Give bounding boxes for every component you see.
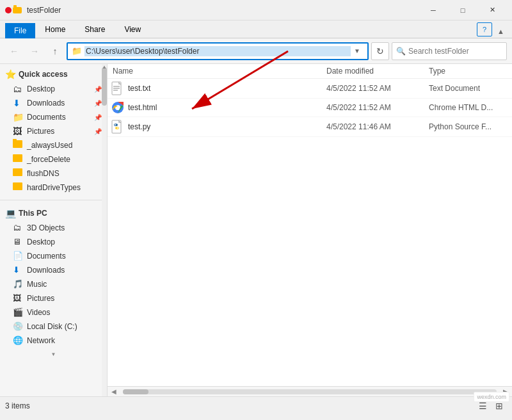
- sidebar-item-downloads-thispc[interactable]: ⬇ Downloads: [0, 263, 107, 277]
- forward-button[interactable]: →: [26, 42, 44, 60]
- tab-share[interactable]: Share: [75, 20, 115, 38]
- html-file-icon: [108, 101, 128, 114]
- help-button[interactable]: ?: [477, 22, 492, 36]
- sidebar-item-documents[interactable]: 📁 Documents 📌: [0, 110, 107, 124]
- sidebar-item-videos[interactable]: 🎬 Videos: [0, 305, 107, 319]
- title-bar-icons: [5, 7, 22, 13]
- pin-icon: 📌: [94, 86, 102, 93]
- sidebar-item-desktop-thispc[interactable]: 🖥 Desktop: [0, 235, 107, 249]
- tab-home[interactable]: Home: [35, 20, 75, 38]
- downloads-icon: ⬇: [13, 98, 23, 108]
- horizontal-scrollbar[interactable]: ◀ ▶: [108, 386, 512, 396]
- file-type-py: Python Source F...: [429, 122, 512, 131]
- ribbon-collapse[interactable]: ▲: [495, 25, 507, 38]
- file-name-py: test.py: [128, 122, 326, 131]
- sidebar-item-documents-thispc[interactable]: 📄 Documents: [0, 249, 107, 263]
- sidebar-item-music[interactable]: 🎵 Music: [0, 277, 107, 291]
- file-row-py[interactable]: test.py 4/5/2022 11:46 AM Python Source …: [108, 117, 512, 137]
- maximize-button[interactable]: □: [448, 0, 477, 20]
- ribbon-tabs: File Home Share View ? ▲: [0, 20, 512, 38]
- address-text[interactable]: C:\Users\user\Desktop\testFolder: [84, 46, 351, 56]
- network-icon: 🌐: [13, 335, 23, 346]
- desktop-folder-icon: 🗂: [13, 84, 23, 94]
- svg-point-13: [115, 124, 116, 125]
- scroll-down-arrow[interactable]: ▼: [0, 350, 107, 359]
- sidebar-item-localdisk[interactable]: 💿 Local Disk (C:): [0, 319, 107, 334]
- sidebar-item-harddrivetypes[interactable]: hardDriveTypes: [0, 181, 107, 195]
- file-name-txt: test.txt: [128, 84, 326, 93]
- minimize-button[interactable]: ─: [419, 0, 448, 20]
- scroll-up-arrow[interactable]: ▲: [102, 64, 107, 70]
- star-icon: ⭐: [5, 69, 16, 79]
- hscroll-thumb: [123, 389, 148, 394]
- sidebar-divider: [0, 200, 107, 200]
- file-date-txt: 4/5/2022 11:52 AM: [326, 84, 429, 93]
- file-date-py: 4/5/2022 11:46 AM: [326, 122, 429, 131]
- tab-file[interactable]: File: [5, 23, 35, 38]
- window-title: testFolder: [27, 6, 419, 15]
- quick-access-header: ⭐ Quick access: [0, 67, 107, 82]
- sidebar-item-network[interactable]: 🌐 Network: [0, 334, 107, 348]
- folder-flushdns-icon: [13, 168, 23, 179]
- folder-forcedelete-icon: [13, 154, 23, 165]
- file-column-headers: Name Date modified Type: [108, 64, 512, 79]
- pictures-thispc-icon: 🖼: [13, 293, 23, 303]
- up-button[interactable]: ↑: [46, 42, 64, 60]
- sidebar-item-flushdns[interactable]: flushDNS: [0, 166, 107, 181]
- status-bar: 3 items ☰ ⊞: [0, 396, 512, 414]
- py-file-icon: [108, 120, 128, 134]
- address-dropdown-button[interactable]: ▼: [351, 44, 364, 59]
- file-list: test.txt 4/5/2022 11:52 AM Text Document: [108, 79, 512, 386]
- window-controls: ─ □ ✕: [419, 0, 507, 20]
- col-name-header[interactable]: Name: [108, 67, 326, 76]
- sidebar-item-desktop[interactable]: 🗂 Desktop 📌: [0, 82, 107, 96]
- computer-icon: 💻: [5, 208, 16, 218]
- main-area: ▲ ⭐ Quick access 🗂 Desktop 📌 ⬇ Downloads…: [0, 64, 512, 396]
- file-row-html[interactable]: test.html 4/5/2022 11:52 AM Chrome HTML …: [108, 99, 512, 117]
- title-bar: testFolder ─ □ ✕: [0, 0, 512, 20]
- search-box: 🔍: [392, 42, 507, 60]
- refresh-button[interactable]: ↻: [371, 42, 389, 60]
- hscroll-track: [123, 389, 497, 394]
- ribbon: File Home Share View ? ▲: [0, 20, 512, 38]
- file-name-html: test.html: [128, 103, 326, 112]
- 3dobjects-icon: 🗂: [13, 223, 23, 233]
- file-row-txt[interactable]: test.txt 4/5/2022 11:52 AM Text Document: [108, 79, 512, 99]
- localdisk-icon: 💿: [13, 321, 23, 332]
- col-type-header[interactable]: Type: [429, 67, 512, 76]
- svg-point-14: [117, 127, 118, 129]
- hscroll-left[interactable]: ◀: [108, 388, 120, 395]
- this-pc-header[interactable]: 💻 This PC: [0, 206, 107, 221]
- music-icon: 🎵: [13, 279, 23, 289]
- address-bar[interactable]: 📁 C:\Users\user\Desktop\testFolder ▼: [67, 42, 369, 60]
- txt-file-icon: [108, 81, 128, 95]
- file-date-html: 4/5/2022 11:52 AM: [326, 103, 429, 112]
- tab-view[interactable]: View: [115, 20, 150, 38]
- item-count: 3 items: [5, 401, 30, 410]
- sidebar-item-downloads[interactable]: ⬇ Downloads 📌: [0, 96, 107, 110]
- pin-icon-pics: 📌: [94, 128, 102, 135]
- sidebar-item-pictures[interactable]: 🖼 Pictures 📌: [0, 124, 107, 138]
- sidebar-item-3dobjects[interactable]: 🗂 3D Objects: [0, 221, 107, 235]
- search-icon: 🔍: [396, 47, 406, 56]
- address-folder-icon: 📁: [72, 46, 82, 56]
- sidebar-item-alwaysused[interactable]: _alwaysUsed: [0, 138, 107, 152]
- search-input[interactable]: [408, 47, 504, 56]
- documents-thispc-icon: 📄: [13, 251, 23, 261]
- back-button[interactable]: ←: [5, 42, 23, 60]
- sidebar-item-forcedelete[interactable]: _forceDelete: [0, 152, 107, 166]
- documents-icon: 📁: [13, 112, 23, 122]
- file-type-html: Chrome HTML D...: [429, 103, 512, 112]
- col-date-header[interactable]: Date modified: [326, 67, 429, 76]
- downloads-thispc-icon: ⬇: [13, 265, 23, 275]
- sidebar: ▲ ⭐ Quick access 🗂 Desktop 📌 ⬇ Downloads…: [0, 64, 108, 396]
- videos-icon: 🎬: [13, 307, 23, 318]
- pin-icon-docs: 📌: [94, 114, 102, 121]
- this-pc-section: 💻 This PC 🗂 3D Objects 🖥 Desktop 📄 Docum…: [0, 203, 107, 350]
- close-button[interactable]: ✕: [477, 0, 507, 20]
- pin-icon-downloads: 📌: [94, 100, 102, 107]
- pictures-icon: 🖼: [13, 126, 23, 136]
- file-type-txt: Text Document: [429, 84, 512, 93]
- sidebar-item-pictures-thispc[interactable]: 🖼 Pictures: [0, 291, 107, 305]
- toolbar: ← → ↑ 📁 C:\Users\user\Desktop\testFolder…: [0, 38, 512, 64]
